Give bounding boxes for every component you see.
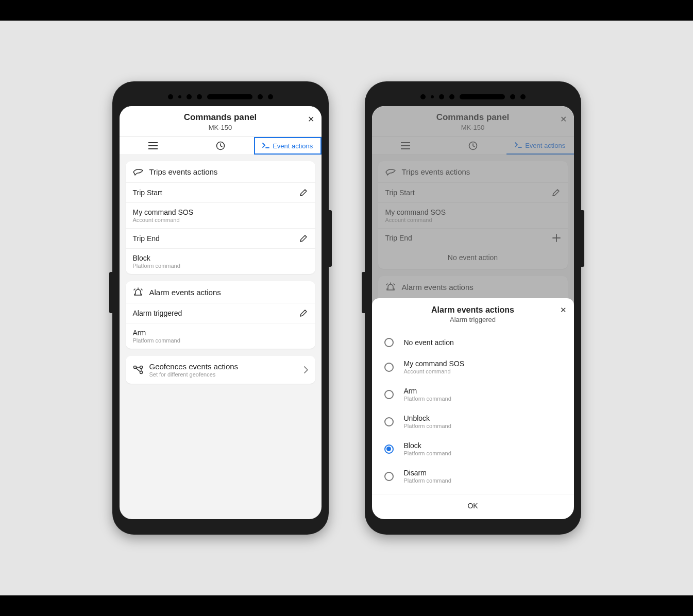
plane-icon <box>133 168 143 176</box>
tab-history[interactable] <box>187 137 254 155</box>
row-sublabel: Platform command <box>133 337 180 344</box>
option-list: No event action My command SOS Account c… <box>372 327 574 492</box>
speaker-row <box>112 92 329 102</box>
chevron-right-icon <box>304 366 308 373</box>
panel-title: Commands panel <box>128 112 313 123</box>
panel-header: Commands panel MK-150 ✕ <box>120 106 322 136</box>
action-sheet: Alarm events actions Alarm triggered ✕ N… <box>372 298 574 519</box>
row-label: Trip Start <box>133 189 162 197</box>
card-title: Geofences events actions <box>149 362 239 371</box>
card-title: Trips events actions <box>149 167 218 176</box>
table-row[interactable]: Trip Start <box>126 182 315 202</box>
radio-icon <box>384 363 394 372</box>
screen-left: Commands panel MK-150 ✕ <box>120 106 322 519</box>
phone-left: Commands panel MK-150 ✕ <box>112 81 329 535</box>
menu-icon <box>148 142 158 149</box>
row-label: Block <box>133 254 180 262</box>
row-label: Arm <box>133 329 180 337</box>
row-sublabel: Platform command <box>133 263 180 269</box>
table-row[interactable]: Block Platform command <box>126 248 315 274</box>
alarm-card: Alarm events actions Alarm triggered Arm… <box>126 281 315 349</box>
tab-list[interactable] <box>120 137 187 155</box>
option-label: Arm <box>404 387 451 395</box>
option-sublabel: Platform command <box>404 477 451 484</box>
edit-icon[interactable] <box>299 309 308 318</box>
card-title: Alarm events actions <box>149 288 221 297</box>
option-my-command-sos[interactable]: My command SOS Account command <box>372 353 574 381</box>
phone-right: Commands panel MK-150 ✕ <box>365 81 581 535</box>
alarm-icon <box>133 287 143 297</box>
option-sublabel: Platform command <box>404 450 451 456</box>
geofences-card[interactable]: Geofences events actions Set for differe… <box>126 356 315 384</box>
option-sublabel: Platform command <box>404 423 451 429</box>
option-sublabel: Platform command <box>404 396 451 402</box>
edit-icon[interactable] <box>299 234 308 243</box>
option-unblock[interactable]: Unblock Platform command <box>372 408 574 435</box>
sheet-title: Alarm events actions <box>381 305 565 315</box>
option-no-action[interactable]: No event action <box>372 332 574 353</box>
panel-subtitle: MK-150 <box>128 124 313 131</box>
radio-icon-selected <box>384 444 394 454</box>
table-row[interactable]: Alarm triggered <box>126 303 315 323</box>
tab-bar: Event actions <box>120 136 322 155</box>
svg-point-2 <box>140 366 142 369</box>
screen-right: Commands panel MK-150 ✕ <box>372 106 574 519</box>
option-label: My command SOS <box>404 360 464 368</box>
tab-event-actions[interactable]: Event actions <box>254 137 322 155</box>
table-row[interactable]: Arm Platform command <box>126 323 315 349</box>
row-label: My command SOS <box>133 208 193 216</box>
ok-button[interactable]: OK <box>372 494 574 519</box>
option-label: Unblock <box>404 414 451 422</box>
edit-icon[interactable] <box>299 188 308 197</box>
table-row[interactable]: Trip End <box>126 228 315 248</box>
radio-icon <box>384 472 394 481</box>
sheet-subtitle: Alarm triggered <box>381 316 565 323</box>
row-label: Trip End <box>133 234 160 243</box>
close-icon[interactable]: ✕ <box>560 305 567 315</box>
option-disarm[interactable]: Disarm Platform command <box>372 463 574 490</box>
option-block[interactable]: Block Platform command <box>372 435 574 463</box>
option-sublabel: Account command <box>404 368 464 374</box>
option-label: Disarm <box>404 469 451 477</box>
terminal-icon <box>262 143 269 149</box>
trips-card: Trips events actions Trip Start My comma… <box>126 161 315 274</box>
row-label: Alarm triggered <box>133 309 182 317</box>
radio-icon <box>384 338 394 347</box>
tab-label: Event actions <box>273 142 313 150</box>
option-label: No event action <box>404 338 454 347</box>
table-row[interactable]: My command SOS Account command <box>126 202 315 228</box>
radio-icon <box>384 390 394 399</box>
row-sublabel: Account command <box>133 217 193 223</box>
option-arm[interactable]: Arm Platform command <box>372 381 574 408</box>
close-icon[interactable]: ✕ <box>308 114 314 124</box>
radio-icon <box>384 417 394 426</box>
card-subtitle: Set for different geofences <box>149 371 239 378</box>
geofence-icon <box>133 365 143 374</box>
option-label: Block <box>404 441 451 450</box>
speaker-row <box>365 92 581 102</box>
clock-icon <box>216 141 225 150</box>
